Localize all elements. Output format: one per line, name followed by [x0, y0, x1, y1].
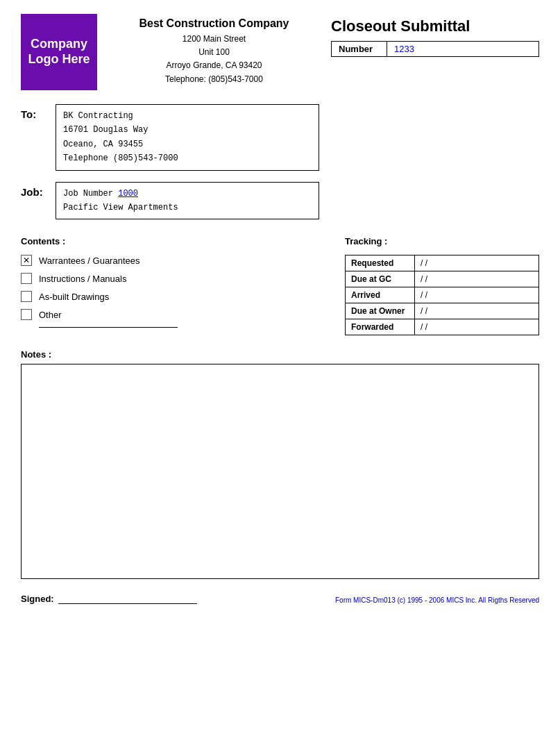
checkbox-instructions[interactable]: Instructions / Manuals — [21, 273, 345, 284]
requested-label: Requested — [346, 255, 415, 271]
table-row: Due at Owner / / — [346, 303, 539, 319]
due-at-gc-value: / / — [415, 271, 539, 287]
table-row: Requested / / — [346, 255, 539, 271]
job-label: Job: — [21, 182, 56, 198]
forwarded-value: / / — [415, 319, 539, 335]
due-at-owner-label: Due at Owner — [346, 303, 415, 319]
checkbox-warranties-box[interactable]: ✕ — [21, 255, 32, 266]
due-at-owner-value: / / — [415, 303, 539, 319]
other-input-line — [39, 327, 178, 328]
table-row: Arrived / / — [346, 287, 539, 303]
checkbox-warranties[interactable]: ✕ Warrantees / Guarantees — [21, 255, 345, 266]
other-label: Other — [39, 310, 62, 320]
to-address: BK Contracting 16701 Douglas Way Oceano,… — [56, 104, 319, 171]
number-value: 1233 — [387, 42, 421, 56]
closeout-title: Closeout Submittal — [331, 17, 539, 35]
company-address: 1200 Main Street Unit 100 Arroyo Grande,… — [97, 33, 331, 86]
warranties-label: Warrantees / Guarantees — [39, 255, 139, 266]
to-label: To: — [21, 104, 56, 120]
checkbox-other-box[interactable] — [21, 309, 32, 320]
checkbox-other[interactable]: Other — [21, 309, 345, 320]
instructions-label: Instructions / Manuals — [39, 274, 126, 284]
requested-value: / / — [415, 255, 539, 271]
job-number-line: Job Number 1000 — [63, 187, 312, 201]
job-number-link[interactable]: 1000 — [118, 189, 138, 199]
notes-box[interactable] — [21, 364, 539, 579]
arrived-value: / / — [415, 287, 539, 303]
checkbox-asbuilt[interactable]: As-built Drawings — [21, 291, 345, 302]
tracking-table: Requested / / Due at GC / / Arrived / / … — [345, 255, 539, 335]
number-label: Number — [332, 42, 387, 56]
arrived-label: Arrived — [346, 287, 415, 303]
footer-copyright: Form MICS-Dm013 (c) 1995 - 2006 MICS Inc… — [335, 596, 539, 604]
company-logo: Company Logo Here — [21, 14, 97, 90]
table-row: Forwarded / / — [346, 319, 539, 335]
job-box: Job Number 1000 Pacific View Apartments — [56, 182, 319, 220]
checkbox-asbuilt-box[interactable] — [21, 291, 32, 302]
tracking-label: Tracking : — [345, 236, 539, 246]
contents-label: Contents : — [21, 236, 345, 246]
asbuilt-label: As-built Drawings — [39, 292, 109, 302]
notes-label: Notes : — [21, 349, 539, 360]
table-row: Due at GC / / — [346, 271, 539, 287]
forwarded-label: Forwarded — [346, 319, 415, 335]
signed-label: Signed: — [21, 594, 54, 604]
signature-line — [58, 593, 197, 604]
due-at-gc-label: Due at GC — [346, 271, 415, 287]
checkbox-instructions-box[interactable] — [21, 273, 32, 284]
company-name: Best Construction Company — [97, 17, 331, 30]
